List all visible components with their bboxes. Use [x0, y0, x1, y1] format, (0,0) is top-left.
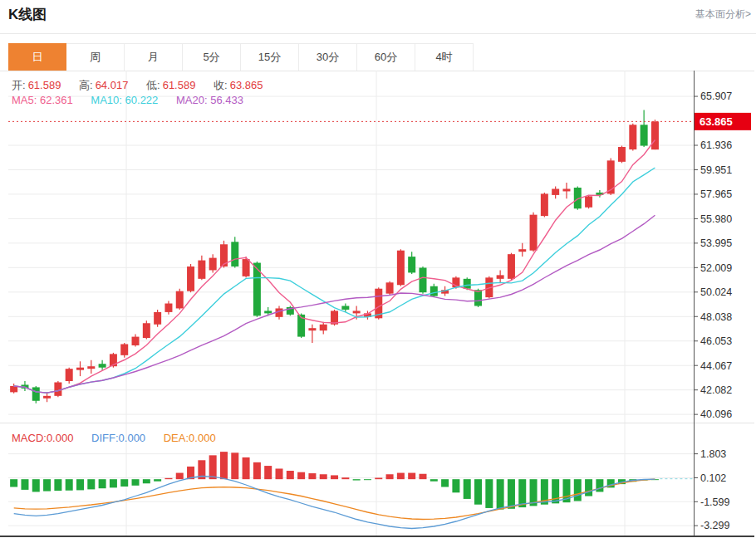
ma-legend: MA5: 62.361 MA10: 60.222 MA20: 56.433 — [12, 94, 258, 106]
candle-down — [574, 188, 582, 208]
candle-down — [231, 242, 238, 267]
candle-down — [464, 279, 471, 289]
gridlines — [0, 71, 754, 536]
macd-bar-negative — [452, 479, 459, 492]
candle-up — [441, 290, 449, 293]
macd-bar-positive — [375, 477, 382, 479]
axis-tick-label: 55.980 — [700, 213, 732, 225]
tab-day[interactable]: 日 — [8, 43, 66, 71]
macd-histogram — [10, 452, 659, 510]
candle-up — [618, 147, 626, 162]
axis-tick-label: -3.299 — [700, 520, 729, 531]
period-tabbar: 日 周 月 5分 15分 30分 60分 4时 — [8, 43, 474, 71]
candle-up — [176, 291, 184, 309]
macd-bar-negative — [66, 479, 73, 491]
tab-month[interactable]: 月 — [125, 43, 183, 71]
candle-down — [596, 193, 603, 195]
candle-up — [320, 325, 327, 330]
macd-bar-positive — [331, 475, 338, 479]
diff-value: 0.000 — [119, 432, 146, 444]
axis-tick-label: 46.053 — [700, 335, 732, 347]
candle-down — [641, 125, 648, 145]
high-label: 高: — [79, 79, 93, 91]
tab-15min[interactable]: 15分 — [241, 43, 299, 71]
tab-week[interactable]: 周 — [66, 43, 125, 71]
macd-value: 0.000 — [47, 432, 74, 444]
candle-up — [43, 396, 51, 399]
candle-down — [32, 387, 40, 400]
macd-bar-negative — [10, 479, 17, 487]
macd-label: MACD: — [12, 432, 47, 444]
ma20-label: MA20: — [176, 94, 208, 106]
macd-bar-positive — [264, 466, 272, 479]
ma10-value: 60.222 — [125, 94, 159, 106]
candle-up — [585, 196, 592, 207]
ma10-label: MA10: — [91, 94, 122, 106]
ma10-line — [14, 168, 655, 393]
candle-up — [607, 160, 615, 193]
macd-bar-negative — [651, 479, 659, 480]
macd-bar-negative — [585, 479, 592, 496]
fundamental-analysis-link[interactable]: 基本面分析> — [695, 7, 751, 22]
macd-bar-positive — [341, 477, 349, 479]
candle-up — [209, 258, 217, 271]
macd-bar-positive — [209, 455, 217, 479]
axis-tick-label: 65.907 — [700, 90, 732, 102]
macd-bar-negative — [474, 479, 482, 505]
candle-down — [297, 315, 305, 337]
candle-up — [120, 344, 128, 355]
macd-bar-positive — [397, 473, 405, 480]
low-label: 低: — [146, 79, 160, 91]
tab-5min[interactable]: 5分 — [183, 43, 241, 71]
candle-up — [651, 121, 659, 149]
open-value: 61.589 — [28, 79, 61, 91]
candle-up — [386, 282, 394, 293]
macd-bar-negative — [353, 479, 361, 480]
candle-up — [629, 125, 636, 149]
candle-up — [497, 275, 504, 278]
candle-up — [375, 289, 382, 319]
candle-up — [541, 193, 548, 216]
ohlc-legend: 开:61.589 高:64.017 低:61.589 收:63.865 — [12, 78, 277, 93]
candle-up — [198, 261, 205, 279]
macd-bar-positive — [164, 478, 172, 479]
axis-tick-label: 44.067 — [700, 360, 732, 372]
macd-bar-negative — [154, 479, 161, 482]
macd-bar-negative — [518, 479, 526, 507]
ma20-line — [14, 215, 655, 393]
candle-down — [287, 307, 294, 315]
candle-up — [552, 188, 559, 194]
macd-bar-negative — [497, 479, 504, 509]
macd-bar-positive — [231, 452, 238, 479]
low-value: 61.589 — [163, 79, 196, 91]
macd-bar-negative — [629, 479, 636, 482]
candle-up — [10, 386, 17, 392]
close-value: 63.865 — [230, 79, 263, 91]
candle-up — [364, 313, 371, 316]
candle-up — [243, 259, 250, 276]
price-axis: 65.90761.93659.95157.96555.98053.99552.0… — [694, 71, 732, 536]
macd-bar-negative — [120, 479, 128, 487]
candle-up — [76, 368, 84, 370]
macd-bar-positive — [243, 457, 250, 479]
macd-bar-positive — [320, 474, 327, 479]
candle-down — [21, 384, 28, 388]
ma5-value: 62.361 — [40, 94, 73, 106]
macd-bar-negative — [110, 479, 117, 487]
candle-down — [408, 257, 415, 272]
macd-bar-negative — [132, 479, 140, 486]
axis-tick-label: 48.038 — [700, 311, 732, 323]
macd-bar-positive — [419, 474, 426, 479]
current-price-marker: 63.865 — [695, 113, 751, 130]
candle-up — [562, 188, 570, 191]
macd-bar-positive — [187, 467, 194, 479]
candle-up — [397, 251, 405, 286]
macd-bar-negative — [607, 479, 615, 487]
tab-30min[interactable]: 30分 — [299, 43, 357, 71]
page-title: K线图 — [8, 5, 47, 24]
tab-60min[interactable]: 60分 — [357, 43, 415, 71]
macd-bar-negative — [596, 479, 603, 492]
tab-4hour[interactable]: 4时 — [415, 43, 474, 71]
dea-value: 0.000 — [189, 432, 216, 444]
candle-up — [54, 383, 61, 396]
